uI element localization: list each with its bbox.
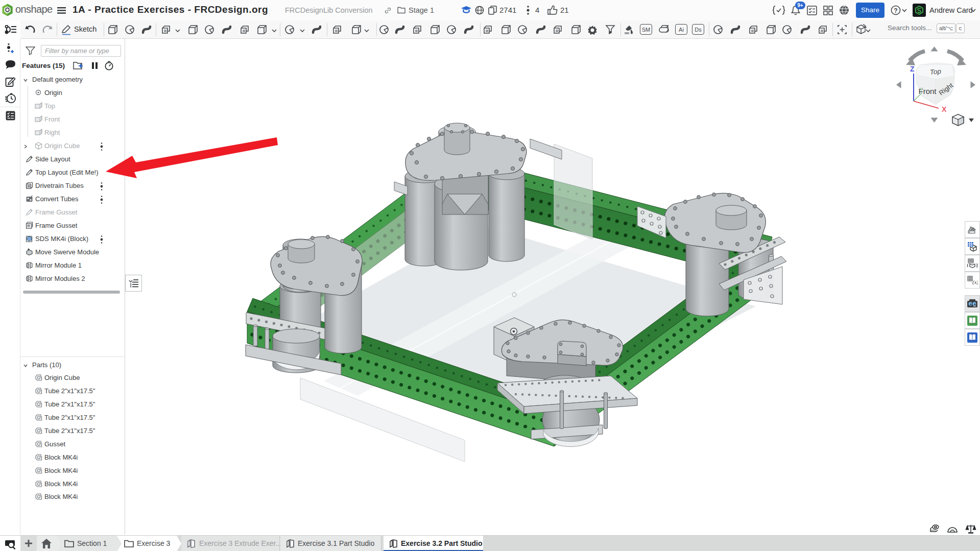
svg-text:Top: Top [929,67,942,76]
svg-text:Z: Z [910,65,915,73]
svg-text:?: ? [894,7,897,14]
svg-text:(x): (x) [972,279,978,285]
svg-text:X: X [942,105,947,113]
svg-text:Y: Y [920,87,923,92]
